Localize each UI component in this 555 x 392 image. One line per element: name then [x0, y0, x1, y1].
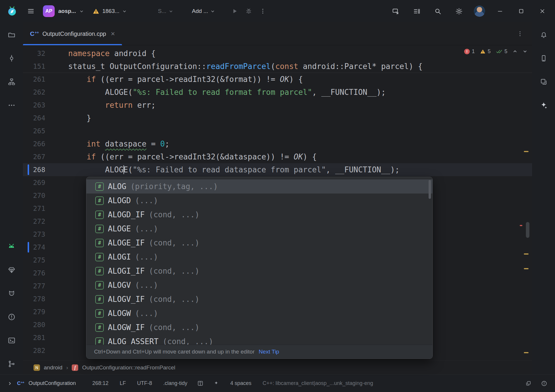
line-number[interactable]: 151	[23, 60, 45, 73]
line-number[interactable]: 267	[23, 150, 45, 163]
warning-count[interactable]: 5	[480, 48, 491, 55]
error-stripe-mark[interactable]	[520, 225, 522, 226]
code-line[interactable]: 266 int dataspace = 0;	[23, 137, 532, 150]
line-number[interactable]: 271	[23, 202, 45, 215]
line-number[interactable]: 278	[23, 292, 45, 305]
notifications-button[interactable]	[537, 28, 550, 41]
code-line[interactable]: 151status_t OutputConfiguration::readFro…	[23, 60, 532, 73]
expand-tool-button[interactable]	[8, 381, 12, 386]
device-explorer-tool-button[interactable]	[537, 75, 550, 88]
popup-scrollbar-thumb[interactable]	[429, 180, 431, 199]
code-line[interactable]: 268 ALOGE("%s: Failed to read dataspace …	[23, 163, 532, 176]
user-avatar[interactable]	[474, 6, 485, 17]
more-tool-windows-button[interactable]	[5, 99, 18, 112]
next-tip-link[interactable]: Next Tip	[259, 349, 279, 355]
line-number[interactable]: 281	[23, 331, 45, 344]
analysis-mark[interactable]	[524, 268, 529, 269]
line-number[interactable]: 274	[23, 241, 45, 254]
project-tool-button[interactable]	[5, 28, 18, 41]
line-number[interactable]: 275	[23, 254, 45, 267]
device-selector-widget[interactable]: Add ...	[192, 8, 215, 14]
caret-position-widget[interactable]: 268:12	[92, 380, 108, 386]
running-devices-tool-button[interactable]	[5, 240, 18, 253]
code-line[interactable]: 32namespace android {	[23, 47, 532, 60]
code-text[interactable]: if ((err = parcel->readInt32(&format)) !…	[45, 73, 532, 86]
code-text[interactable]	[45, 125, 532, 137]
vcs-widget[interactable]: 1863...	[93, 8, 127, 15]
tab-outputconfiguration-cpp[interactable]: C++ OutputConfiguration.cpp ×	[23, 22, 122, 45]
code-text[interactable]: ALOGE("%s: Failed to read format from pa…	[45, 86, 532, 99]
events-button[interactable]	[541, 380, 547, 387]
line-number[interactable]: 280	[23, 318, 45, 331]
line-number[interactable]: 279	[23, 305, 45, 318]
project-widget[interactable]: AP aosp...	[43, 5, 84, 17]
version-control-tool-button[interactable]	[5, 357, 18, 370]
encoding-widget[interactable]: UTF-8	[137, 380, 152, 386]
prev-highlight-button[interactable]	[513, 49, 517, 54]
line-number[interactable]: 270	[23, 189, 45, 202]
line-number[interactable]: 276	[23, 267, 45, 280]
reader-mode-button[interactable]	[197, 380, 203, 386]
line-number[interactable]: 32	[23, 47, 45, 60]
run-button[interactable]	[228, 5, 241, 17]
completion-item[interactable]: #ALOGE(...)	[86, 222, 432, 236]
analysis-mark[interactable]	[524, 253, 529, 255]
line-number[interactable]: 264	[23, 112, 45, 125]
code-with-me-button[interactable]	[389, 5, 402, 17]
indent-widget[interactable]: 4 spaces	[230, 380, 251, 386]
code-text[interactable]: }	[45, 112, 532, 125]
line-number[interactable]: 261	[23, 73, 45, 86]
code-text[interactable]: int dataspace = 0;	[45, 137, 532, 150]
line-number[interactable]: 277	[23, 280, 45, 292]
code-text[interactable]: if ((err = parcel->readInt32(&dataspace)…	[45, 150, 532, 163]
code-text[interactable]: ALOGE("%s: Failed to read dataspace from…	[45, 163, 532, 176]
line-number[interactable]: 266	[23, 137, 45, 150]
code-text[interactable]: namespace android {	[45, 47, 532, 60]
settings-button[interactable]	[453, 5, 465, 17]
code-line[interactable]: 265	[23, 125, 532, 137]
completion-item[interactable]: #ALOGV_IF(cond, ...)	[86, 292, 432, 306]
code-line[interactable]: 261 if ((err = parcel->readInt32(&format…	[23, 73, 532, 86]
passed-count[interactable]: 5	[496, 48, 507, 55]
detach-window-button[interactable]	[525, 380, 531, 386]
inspections-widget[interactable]: ! 1 5 5	[464, 48, 527, 55]
ai-status-button[interactable]	[213, 381, 219, 386]
completion-item[interactable]: #ALOGW(...)	[86, 306, 432, 320]
line-number[interactable]: 269	[23, 176, 45, 189]
scrollbar-thumb[interactable]	[526, 222, 529, 238]
breadcrumb-item-function[interactable]: OutputConfiguration::readFromParcel	[82, 364, 175, 371]
line-number[interactable]: 272	[23, 215, 45, 228]
completion-item[interactable]: #ALOGD_IF(cond, ...)	[86, 208, 432, 222]
completion-item[interactable]: #ALOG_ASSERT(cond, ...)	[86, 334, 432, 346]
build-variant-widget[interactable]: C++: libcamera_client|aosp_...unk_stagin…	[263, 380, 373, 386]
debug-button[interactable]	[243, 5, 255, 17]
main-menu-button[interactable]	[25, 5, 37, 17]
next-highlight-button[interactable]	[523, 49, 527, 54]
tool-windows-layout-button[interactable]	[410, 5, 423, 17]
line-number[interactable]: 262	[23, 86, 45, 99]
analysis-mark[interactable]	[524, 352, 529, 353]
tab-close-icon[interactable]: ×	[111, 30, 115, 37]
device-manager-tool-button[interactable]	[537, 52, 550, 65]
terminal-tool-button[interactable]	[5, 334, 18, 347]
minimize-button[interactable]	[494, 5, 506, 17]
maximize-button[interactable]	[515, 5, 527, 17]
logcat-tool-button[interactable]	[5, 287, 18, 300]
completion-item[interactable]: #ALOGW_IF(cond, ...)	[86, 320, 432, 334]
breadcrumb-item-android[interactable]: android	[44, 364, 62, 371]
code-line[interactable]: 262 ALOGE("%s: Failed to read format fro…	[23, 86, 532, 99]
completion-item[interactable]: #ALOGE_IF(cond, ...)	[86, 236, 432, 250]
line-number[interactable]: 273	[23, 228, 45, 241]
gemini-tool-button[interactable]	[537, 99, 550, 112]
completion-item[interactable]: #ALOGD(...)	[86, 194, 432, 208]
completion-item[interactable]: #ALOG(priority,tag, ...)	[86, 179, 432, 194]
line-number[interactable]: 282	[23, 344, 45, 357]
structure-tool-button[interactable]	[5, 75, 18, 88]
line-separator-widget[interactable]: LF	[120, 380, 126, 386]
code-line[interactable]: 263 return err;	[23, 99, 532, 112]
more-actions-button[interactable]	[257, 5, 269, 17]
app-quality-insights-tool-button[interactable]	[5, 263, 18, 276]
analysis-mark[interactable]	[524, 151, 529, 152]
completion-item[interactable]: #ALOGI_IF(cond, ...)	[86, 264, 432, 278]
line-number[interactable]: 263	[23, 99, 45, 112]
